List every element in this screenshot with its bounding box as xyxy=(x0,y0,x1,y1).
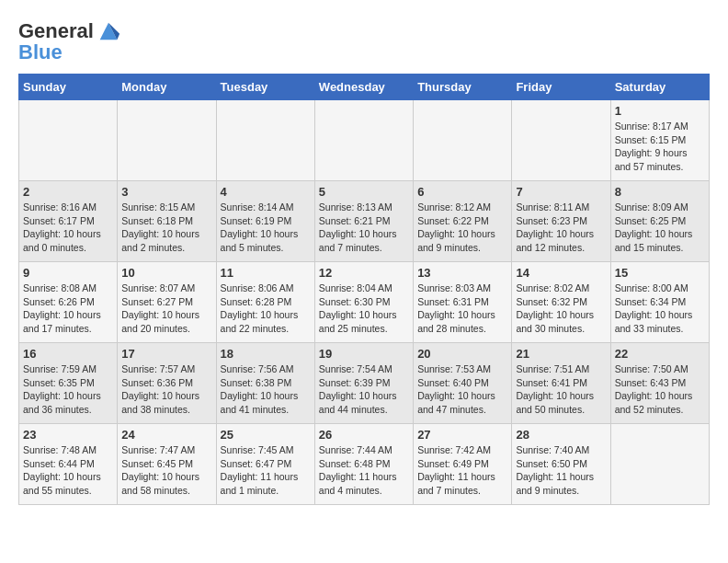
day-number: 3 xyxy=(121,185,211,199)
calendar-cell: 27Sunrise: 7:42 AM Sunset: 6:49 PM Dayli… xyxy=(414,424,512,505)
day-number: 6 xyxy=(417,185,507,199)
calendar-cell xyxy=(610,424,709,505)
day-number: 11 xyxy=(221,266,311,280)
day-header-tuesday: Tuesday xyxy=(216,75,314,100)
day-number: 7 xyxy=(516,185,606,199)
day-info: Sunrise: 8:17 AM Sunset: 6:15 PM Dayligh… xyxy=(615,120,705,174)
day-number: 5 xyxy=(319,185,409,199)
calendar-cell: 18Sunrise: 7:56 AM Sunset: 6:38 PM Dayli… xyxy=(216,343,314,424)
calendar-cell: 16Sunrise: 7:59 AM Sunset: 6:35 PM Dayli… xyxy=(19,343,118,424)
week-row: 9Sunrise: 8:08 AM Sunset: 6:26 PM Daylig… xyxy=(19,262,710,343)
day-info: Sunrise: 8:00 AM Sunset: 6:34 PM Dayligh… xyxy=(615,282,705,336)
calendar-cell: 26Sunrise: 7:44 AM Sunset: 6:48 PM Dayli… xyxy=(314,424,413,505)
day-info: Sunrise: 7:51 AM Sunset: 6:41 PM Dayligh… xyxy=(516,362,606,417)
calendar-cell xyxy=(314,100,413,181)
calendar-cell xyxy=(19,100,118,181)
calendar-cell: 12Sunrise: 8:04 AM Sunset: 6:30 PM Dayli… xyxy=(314,262,413,343)
day-number: 1 xyxy=(615,104,705,118)
day-info: Sunrise: 7:59 AM Sunset: 6:35 PM Dayligh… xyxy=(23,362,113,417)
day-number: 2 xyxy=(23,185,113,199)
day-info: Sunrise: 7:54 AM Sunset: 6:39 PM Dayligh… xyxy=(319,362,409,417)
day-number: 25 xyxy=(221,428,311,442)
day-number: 20 xyxy=(417,347,507,361)
day-number: 27 xyxy=(417,428,507,442)
calendar-cell: 24Sunrise: 7:47 AM Sunset: 6:45 PM Dayli… xyxy=(118,424,216,505)
page-header: General Blue xyxy=(18,18,710,64)
calendar-cell xyxy=(216,100,314,181)
logo: General Blue xyxy=(18,18,121,64)
day-number: 15 xyxy=(615,266,705,280)
day-number: 12 xyxy=(319,266,409,280)
day-header-sunday: Sunday xyxy=(19,75,118,100)
calendar-table: SundayMondayTuesdayWednesdayThursdayFrid… xyxy=(18,74,710,505)
calendar-cell: 23Sunrise: 7:48 AM Sunset: 6:44 PM Dayli… xyxy=(19,424,118,505)
day-info: Sunrise: 7:48 AM Sunset: 6:44 PM Dayligh… xyxy=(23,443,113,498)
day-info: Sunrise: 7:50 AM Sunset: 6:43 PM Dayligh… xyxy=(615,362,705,417)
week-row: 23Sunrise: 7:48 AM Sunset: 6:44 PM Dayli… xyxy=(19,424,710,505)
day-info: Sunrise: 7:56 AM Sunset: 6:38 PM Dayligh… xyxy=(221,362,311,417)
day-number: 8 xyxy=(615,185,705,199)
day-number: 28 xyxy=(516,428,606,442)
day-number: 14 xyxy=(516,266,606,280)
day-header-saturday: Saturday xyxy=(610,75,709,100)
day-info: Sunrise: 8:07 AM Sunset: 6:27 PM Dayligh… xyxy=(121,282,211,336)
day-info: Sunrise: 8:13 AM Sunset: 6:21 PM Dayligh… xyxy=(319,201,409,255)
day-info: Sunrise: 8:14 AM Sunset: 6:19 PM Dayligh… xyxy=(221,201,311,255)
day-info: Sunrise: 8:12 AM Sunset: 6:22 PM Dayligh… xyxy=(417,201,507,255)
day-info: Sunrise: 8:11 AM Sunset: 6:23 PM Dayligh… xyxy=(516,201,606,255)
day-number: 10 xyxy=(121,266,211,280)
calendar-cell: 17Sunrise: 7:57 AM Sunset: 6:36 PM Dayli… xyxy=(118,343,216,424)
day-header-wednesday: Wednesday xyxy=(314,75,413,100)
week-row: 1Sunrise: 8:17 AM Sunset: 6:15 PM Daylig… xyxy=(19,100,710,181)
week-row: 16Sunrise: 7:59 AM Sunset: 6:35 PM Dayli… xyxy=(19,343,710,424)
calendar-cell: 1Sunrise: 8:17 AM Sunset: 6:15 PM Daylig… xyxy=(610,100,709,181)
calendar-cell: 14Sunrise: 8:02 AM Sunset: 6:32 PM Dayli… xyxy=(512,262,610,343)
calendar-cell: 5Sunrise: 8:13 AM Sunset: 6:21 PM Daylig… xyxy=(314,181,413,262)
day-info: Sunrise: 8:03 AM Sunset: 6:31 PM Dayligh… xyxy=(417,282,507,336)
day-info: Sunrise: 8:15 AM Sunset: 6:18 PM Dayligh… xyxy=(121,201,211,255)
day-header-friday: Friday xyxy=(512,75,610,100)
calendar-cell: 19Sunrise: 7:54 AM Sunset: 6:39 PM Dayli… xyxy=(314,343,413,424)
day-info: Sunrise: 7:57 AM Sunset: 6:36 PM Dayligh… xyxy=(121,362,211,417)
day-info: Sunrise: 8:02 AM Sunset: 6:32 PM Dayligh… xyxy=(516,282,606,336)
calendar-cell: 20Sunrise: 7:53 AM Sunset: 6:40 PM Dayli… xyxy=(414,343,512,424)
day-number: 19 xyxy=(319,347,409,361)
day-info: Sunrise: 8:16 AM Sunset: 6:17 PM Dayligh… xyxy=(23,201,113,255)
calendar-cell xyxy=(118,100,216,181)
day-number: 26 xyxy=(319,428,409,442)
calendar-cell: 8Sunrise: 8:09 AM Sunset: 6:25 PM Daylig… xyxy=(610,181,709,262)
day-number: 22 xyxy=(615,347,705,361)
calendar-cell: 2Sunrise: 8:16 AM Sunset: 6:17 PM Daylig… xyxy=(19,181,118,262)
day-info: Sunrise: 7:44 AM Sunset: 6:48 PM Dayligh… xyxy=(319,443,409,498)
calendar-cell: 22Sunrise: 7:50 AM Sunset: 6:43 PM Dayli… xyxy=(610,343,709,424)
day-header-thursday: Thursday xyxy=(414,75,512,100)
day-info: Sunrise: 8:06 AM Sunset: 6:28 PM Dayligh… xyxy=(221,282,311,336)
day-header-monday: Monday xyxy=(118,75,216,100)
calendar-cell: 25Sunrise: 7:45 AM Sunset: 6:47 PM Dayli… xyxy=(216,424,314,505)
logo-icon xyxy=(96,18,121,44)
day-number: 4 xyxy=(221,185,311,199)
day-info: Sunrise: 7:42 AM Sunset: 6:49 PM Dayligh… xyxy=(417,443,507,498)
day-number: 24 xyxy=(121,428,211,442)
day-info: Sunrise: 8:08 AM Sunset: 6:26 PM Dayligh… xyxy=(23,282,113,336)
calendar-cell: 21Sunrise: 7:51 AM Sunset: 6:41 PM Dayli… xyxy=(512,343,610,424)
calendar-cell: 13Sunrise: 8:03 AM Sunset: 6:31 PM Dayli… xyxy=(414,262,512,343)
calendar-cell: 15Sunrise: 8:00 AM Sunset: 6:34 PM Dayli… xyxy=(610,262,709,343)
calendar-cell: 10Sunrise: 8:07 AM Sunset: 6:27 PM Dayli… xyxy=(118,262,216,343)
calendar-cell xyxy=(414,100,512,181)
day-info: Sunrise: 7:45 AM Sunset: 6:47 PM Dayligh… xyxy=(221,443,311,498)
calendar-cell: 9Sunrise: 8:08 AM Sunset: 6:26 PM Daylig… xyxy=(19,262,118,343)
calendar-cell: 7Sunrise: 8:11 AM Sunset: 6:23 PM Daylig… xyxy=(512,181,610,262)
day-number: 17 xyxy=(121,347,211,361)
day-info: Sunrise: 8:09 AM Sunset: 6:25 PM Dayligh… xyxy=(615,201,705,255)
logo-text: General xyxy=(18,20,94,42)
day-info: Sunrise: 8:04 AM Sunset: 6:30 PM Dayligh… xyxy=(319,282,409,336)
day-number: 9 xyxy=(23,266,113,280)
calendar-cell: 3Sunrise: 8:15 AM Sunset: 6:18 PM Daylig… xyxy=(118,181,216,262)
calendar-cell: 28Sunrise: 7:40 AM Sunset: 6:50 PM Dayli… xyxy=(512,424,610,505)
calendar-cell: 4Sunrise: 8:14 AM Sunset: 6:19 PM Daylig… xyxy=(216,181,314,262)
day-info: Sunrise: 7:53 AM Sunset: 6:40 PM Dayligh… xyxy=(417,362,507,417)
day-number: 18 xyxy=(221,347,311,361)
day-number: 16 xyxy=(23,347,113,361)
calendar-cell: 6Sunrise: 8:12 AM Sunset: 6:22 PM Daylig… xyxy=(414,181,512,262)
